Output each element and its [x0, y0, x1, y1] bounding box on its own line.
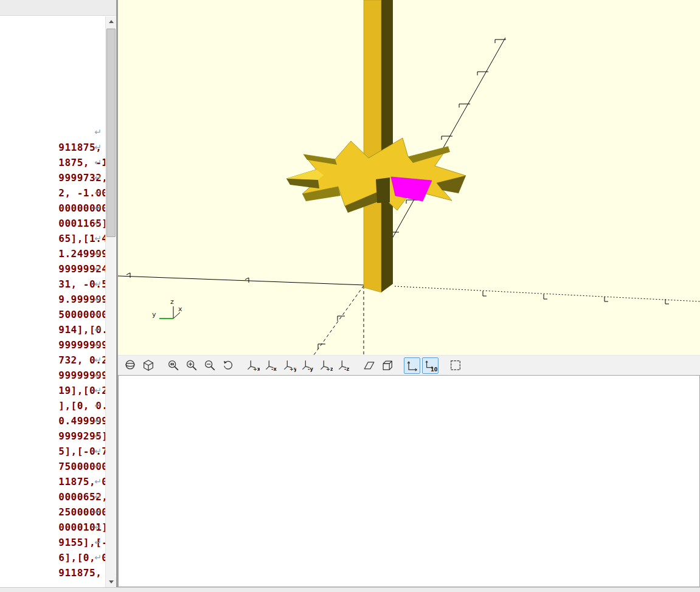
reset-view-button[interactable]	[220, 357, 236, 374]
axis-gizmo: z y x	[152, 298, 182, 318]
orthogonal-button[interactable]	[379, 357, 395, 374]
show-edges-button[interactable]	[447, 357, 463, 374]
view-plus-x-icon: +x	[246, 359, 260, 372]
editor-line[interactable]: 9999295],[-0. ↵	[0, 413, 105, 429]
line-wrap-marker-icon: ↵	[94, 246, 102, 261]
editor-line[interactable]: 1875, -1.0000 ↵	[0, 140, 105, 155]
editor-line[interactable]: 911875, -0.25 ↵	[0, 550, 105, 565]
line-wrap-marker-icon: ↵	[94, 520, 102, 535]
scroll-up-button[interactable]	[106, 16, 116, 27]
editor-line[interactable]: 9.99999999656 ↵	[0, 277, 105, 292]
arrow-down-icon	[109, 580, 114, 583]
orthogonal-icon	[381, 359, 394, 372]
scrollbar-thumb[interactable]	[106, 29, 116, 237]
toolbar-separator	[158, 356, 165, 375]
view-minus-x-icon: -x	[265, 359, 278, 372]
toolbar-separator	[238, 356, 244, 375]
line-wrap-marker-icon: ↵	[94, 201, 102, 216]
show-scale-markers-button[interactable]: 10	[422, 357, 438, 374]
editor-line[interactable]: 99999999295], ↵	[0, 353, 105, 368]
view-plus-z-button[interactable]: +z	[317, 357, 334, 374]
column-through-star-face	[376, 177, 390, 203]
view-minus-z-button[interactable]: -z	[336, 357, 352, 374]
editor-line[interactable]: 911875, -1.00 ↵	[0, 125, 105, 140]
gizmo-x-label: x	[178, 305, 182, 313]
line-wrap-marker-icon: ↵	[94, 337, 102, 353]
editor-line[interactable]: 19],[0.249999 ↵	[0, 368, 105, 383]
render-icon	[142, 359, 155, 372]
zoom-in-icon	[185, 359, 198, 372]
line-wrap-marker-icon: ↵	[94, 489, 102, 504]
zoom-all-icon	[167, 359, 180, 372]
editor-line[interactable]: 000000000205] ↵	[0, 185, 105, 201]
view-minus-x-button[interactable]: -x	[263, 357, 279, 374]
editor-line[interactable]: 11875, 0],[-0 ↵	[0, 459, 105, 474]
editor-scrollbar[interactable]	[105, 16, 116, 587]
line-wrap-marker-icon: ↵	[94, 413, 102, 429]
line-wrap-marker-icon: ↵	[94, 474, 102, 489]
editor-line[interactable]: 9999732, -1.2 ↵	[0, 155, 105, 170]
line-wrap-marker-icon: ↵	[94, 307, 102, 322]
gizmo-z-label: z	[170, 298, 174, 306]
line-wrap-marker-icon: ↵	[94, 292, 102, 307]
editor-line[interactable]: 6],[0, 0],[0. ↵	[0, 535, 105, 550]
view-minus-y-button[interactable]: -y	[299, 357, 316, 374]
editor-line[interactable]: 5],[-0.750000 ↵	[0, 429, 105, 444]
svg-text:10: 10	[431, 367, 437, 372]
svg-text:+z: +z	[326, 366, 333, 372]
svg-text:+x: +x	[253, 366, 260, 372]
editor-line[interactable]: 999999996565, ↵	[0, 322, 105, 337]
line-wrap-marker-icon: ↵	[94, 550, 102, 565]
console-pane[interactable]	[118, 375, 700, 587]
line-wrap-marker-icon: ↵	[94, 277, 102, 292]
viewport-3d[interactable]: z y x	[118, 0, 700, 355]
view-plus-y-button[interactable]: +y	[281, 357, 297, 374]
line-wrap-marker-icon: ↵	[94, 216, 102, 231]
editor-line[interactable]: ],[0, 0.24999 ↵	[0, 383, 105, 398]
zoom-in-button[interactable]	[183, 357, 199, 374]
view-minus-z-icon: -z	[338, 359, 351, 372]
editor-line[interactable]: 5000000096],[ ↵	[0, 292, 105, 307]
svg-text:-y: -y	[308, 366, 313, 372]
perspective-button[interactable]	[361, 357, 377, 374]
line-wrap-marker-icon: ↵	[94, 322, 102, 337]
line-wrap-marker-icon: ↵	[94, 353, 102, 368]
show-axes-button[interactable]	[404, 357, 420, 374]
editor-pane[interactable]: 911875, -1.00 ↵ 1875, -1.0000 ↵ 9999732,…	[0, 0, 116, 592]
line-wrap-marker-icon: ↵	[94, 155, 102, 170]
editor-line[interactable]: 0.49999999919 ↵	[0, 398, 105, 413]
preview-button[interactable]	[122, 357, 138, 374]
editor-line[interactable]: 9155],[-1.750 ↵	[0, 520, 105, 535]
line-wrap-marker-icon: ↵	[94, 368, 102, 383]
show-scale-markers-icon: 10	[424, 359, 437, 372]
editor-line[interactable]: 914],[0.99999 ↵	[0, 307, 105, 322]
toolbar-separator	[354, 356, 361, 375]
editor-line-text: 911875, -0.25	[58, 567, 105, 579]
editor-line[interactable]: 732, 0.249999 ↵	[0, 337, 105, 353]
editor-line[interactable]: 0000101],[-1. ↵	[0, 504, 105, 520]
editor-line[interactable]: 31, -0.500000 ↵	[0, 261, 105, 277]
svg-text:-z: -z	[344, 366, 349, 372]
zoom-out-icon	[203, 359, 217, 372]
editor-line[interactable]: 65],[1.499999 ↵	[0, 216, 105, 231]
editor-line[interactable]: 25000000096], ↵	[0, 489, 105, 504]
editor-line[interactable]: 2, -1.0000000 ↵	[0, 170, 105, 185]
preview-icon	[123, 359, 137, 372]
zoom-out-button[interactable]	[201, 357, 218, 374]
line-wrap-marker-icon: ↵	[94, 170, 102, 185]
editor-line[interactable]: 0001165],[0.9 ↵	[0, 201, 105, 216]
line-wrap-marker-icon: ↵	[94, 535, 102, 550]
scroll-down-button[interactable]	[106, 577, 116, 587]
editor-toolbar-edge	[0, 0, 116, 16]
editor-line[interactable]: 75000000652, ↵	[0, 444, 105, 459]
view-plus-x-button[interactable]: +x	[244, 357, 261, 374]
zoom-all-button[interactable]	[165, 357, 181, 374]
line-wrap-marker-icon: ↵	[94, 140, 102, 155]
editor-line[interactable]: 1.24999999389 ↵	[0, 231, 105, 246]
svg-text:-x: -x	[271, 366, 277, 372]
editor-line[interactable]: 0000652, 0],[ ↵	[0, 474, 105, 489]
editor-text-area[interactable]: 911875, -1.00 ↵ 1875, -1.0000 ↵ 9999732,…	[0, 16, 105, 587]
editor-line[interactable]: 999999245, -0 ↵	[0, 246, 105, 261]
view-minus-y-icon: -y	[301, 359, 314, 372]
render-button[interactable]	[140, 357, 156, 374]
